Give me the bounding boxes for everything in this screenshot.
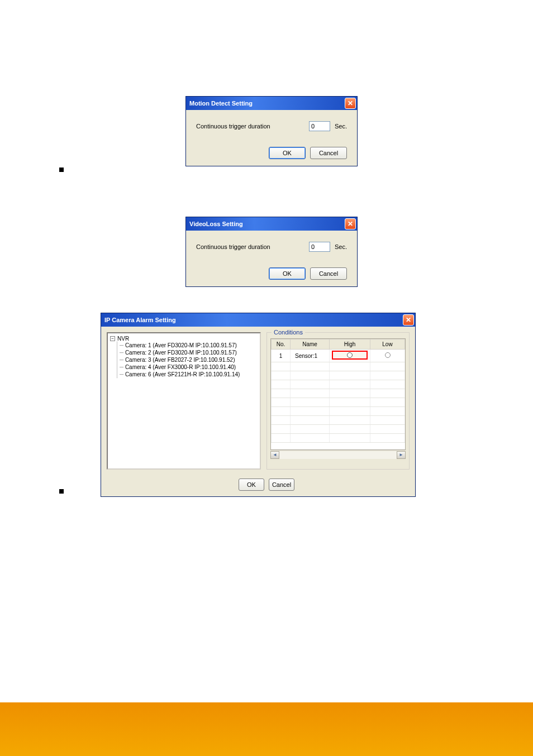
conditions-table: No. Name High Low 1 Sensor:1 bbox=[271, 339, 405, 443]
videoloss-dialog: VideoLoss Setting ✕ Continuous trigger d… bbox=[185, 217, 358, 287]
ipcam-button-row: OK Cancel bbox=[233, 475, 415, 496]
tree-root-label: NVR bbox=[117, 336, 129, 342]
bullet-icon bbox=[59, 489, 64, 494]
scroll-right-icon[interactable]: ► bbox=[397, 451, 406, 459]
table-row bbox=[272, 371, 405, 380]
cancel-button[interactable]: Cancel bbox=[269, 479, 294, 491]
camera-tree[interactable]: − NVR Camera: 1 (Aver FD3020-M IP:10.100… bbox=[107, 332, 261, 470]
cancel-button[interactable]: Cancel bbox=[310, 147, 347, 159]
close-icon[interactable]: ✕ bbox=[403, 314, 414, 326]
ok-button[interactable]: OK bbox=[239, 479, 264, 491]
dialog1-button-row: OK Cancel bbox=[196, 147, 347, 159]
ipcam-title: IP Camera Alarm Setting bbox=[104, 317, 176, 323]
tree-item[interactable]: Camera: 2 (Aver FD3020-M IP:10.100.91.57… bbox=[120, 349, 258, 356]
ipcam-body: − NVR Camera: 1 (Aver FD3020-M IP:10.100… bbox=[101, 327, 415, 475]
col-low[interactable]: Low bbox=[370, 339, 405, 350]
col-high[interactable]: High bbox=[330, 339, 370, 350]
ip-camera-alarm-dialog: IP Camera Alarm Setting ✕ − NVR Camera: … bbox=[101, 313, 416, 497]
duration-field-row: Continuous trigger duration Sec. bbox=[196, 121, 347, 131]
tree-item[interactable]: Camera: 4 (Aver FX3000-R IP:10.100.91.40… bbox=[120, 363, 258, 371]
cell-name: Sensor:1 bbox=[291, 350, 330, 362]
duration-unit: Sec. bbox=[335, 123, 347, 130]
radio-icon[interactable] bbox=[347, 352, 353, 358]
table-row bbox=[272, 407, 405, 416]
table-row bbox=[272, 389, 405, 398]
motion-detect-body: Continuous trigger duration Sec. OK Canc… bbox=[186, 110, 357, 166]
cell-high[interactable] bbox=[330, 350, 370, 362]
duration-label: Continuous trigger duration bbox=[196, 123, 309, 130]
footer-bar bbox=[0, 702, 533, 756]
videoloss-body: Continuous trigger duration Sec. OK Canc… bbox=[186, 231, 357, 286]
tree-root-row[interactable]: − NVR bbox=[110, 336, 258, 342]
tree-item[interactable]: Camera: 1 (Aver FD3020-M IP:10.100.91.57… bbox=[120, 342, 258, 349]
motion-detect-title: Motion Detect Setting bbox=[189, 100, 253, 107]
table-row bbox=[272, 434, 405, 443]
duration-label: Continuous trigger duration bbox=[196, 243, 309, 250]
col-no[interactable]: No. bbox=[272, 339, 291, 350]
ok-button[interactable]: OK bbox=[269, 147, 306, 159]
ok-button[interactable]: OK bbox=[269, 267, 306, 280]
cell-low[interactable] bbox=[370, 350, 405, 362]
tree-children: Camera: 1 (Aver FD3020-M IP:10.100.91.57… bbox=[117, 342, 258, 378]
dialog2-button-row: OK Cancel bbox=[196, 267, 347, 280]
videoloss-titlebar: VideoLoss Setting ✕ bbox=[186, 217, 357, 231]
table-row bbox=[272, 425, 405, 434]
scroll-left-icon[interactable]: ◄ bbox=[270, 451, 279, 459]
duration-input[interactable] bbox=[309, 242, 330, 252]
close-icon[interactable]: ✕ bbox=[345, 98, 356, 109]
scroll-track[interactable] bbox=[279, 451, 397, 459]
tree-item[interactable]: Camera: 3 (Aver FB2027-2 IP:10.100.91.52… bbox=[120, 356, 258, 363]
table-row bbox=[272, 416, 405, 425]
motion-detect-dialog: Motion Detect Setting ✕ Continuous trigg… bbox=[185, 96, 358, 166]
duration-input[interactable] bbox=[309, 121, 330, 131]
ipcam-titlebar: IP Camera Alarm Setting ✕ bbox=[101, 313, 415, 327]
table-row bbox=[272, 362, 405, 371]
videoloss-title: VideoLoss Setting bbox=[189, 221, 243, 227]
conditions-legend: Conditions bbox=[272, 329, 305, 336]
close-icon[interactable]: ✕ bbox=[345, 218, 356, 229]
cancel-button[interactable]: Cancel bbox=[310, 267, 347, 280]
radio-icon[interactable] bbox=[385, 352, 391, 358]
cell-no: 1 bbox=[272, 350, 291, 362]
high-highlight bbox=[332, 351, 368, 360]
col-name[interactable]: Name bbox=[291, 339, 330, 350]
motion-detect-titlebar: Motion Detect Setting ✕ bbox=[186, 97, 357, 110]
duration-field-row: Continuous trigger duration Sec. bbox=[196, 242, 347, 252]
table-row bbox=[272, 398, 405, 407]
tree-collapse-icon[interactable]: − bbox=[110, 336, 115, 341]
duration-unit: Sec. bbox=[335, 243, 347, 250]
tree-item[interactable]: Camera: 6 (Aver SF2121H-R IP:10.100.91.1… bbox=[120, 371, 258, 378]
bullet-icon bbox=[59, 168, 64, 172]
table-row bbox=[272, 380, 405, 389]
conditions-group: Conditions No. Name High Low bbox=[266, 332, 410, 470]
table-row[interactable]: 1 Sensor:1 bbox=[272, 350, 405, 362]
conditions-table-wrap: No. Name High Low 1 Sensor:1 bbox=[270, 338, 406, 450]
horizontal-scrollbar[interactable]: ◄ ► bbox=[270, 450, 406, 459]
